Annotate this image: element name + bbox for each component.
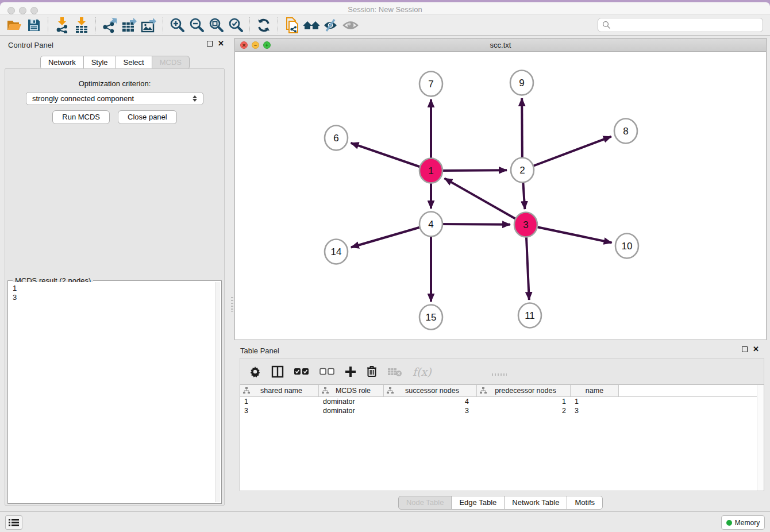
import-network-icon[interactable] xyxy=(52,17,72,34)
shared-column-icon xyxy=(387,387,394,394)
column-header-predecessor-nodes[interactable]: predecessor nodes xyxy=(477,385,571,396)
trash-icon[interactable] xyxy=(367,365,377,377)
export-image-icon[interactable] xyxy=(139,17,159,34)
cell-name[interactable]: 3 xyxy=(571,407,619,415)
column-header-shared-name[interactable]: shared name xyxy=(240,385,319,396)
graph-node-15[interactable]: 15 xyxy=(419,305,442,330)
node-table[interactable]: shared name MCDS role successor nodes pr… xyxy=(240,384,764,491)
network-canvas[interactable]: 7968124314101511 xyxy=(234,51,767,340)
tab-select[interactable]: Select xyxy=(116,56,152,70)
hide-details-eye-icon[interactable] xyxy=(321,17,341,34)
tab-network-table[interactable]: Network Table xyxy=(504,496,567,510)
tab-motifs[interactable]: Motifs xyxy=(567,496,603,510)
split-pane-grip[interactable] xyxy=(231,297,233,312)
shared-column-icon xyxy=(480,387,487,394)
column-header-successor-nodes[interactable]: successor nodes xyxy=(384,385,477,396)
function-builder-icon: f(x) xyxy=(413,365,432,378)
network-graph[interactable]: 7968124314101511 xyxy=(235,52,766,340)
cell-predecessor-nodes[interactable]: 2 xyxy=(477,407,571,415)
eye-disabled-icon xyxy=(341,17,360,34)
import-table-icon[interactable] xyxy=(72,17,91,34)
graph-node-3[interactable]: 3 xyxy=(514,213,537,237)
search-input[interactable] xyxy=(611,19,763,31)
graph-node-9[interactable]: 9 xyxy=(510,71,533,95)
graph-node-14[interactable]: 14 xyxy=(325,240,348,264)
graph-node-1[interactable]: 1 xyxy=(419,159,442,183)
close-panel-icon[interactable]: ✕ xyxy=(218,41,224,47)
graph-edge-3-1[interactable] xyxy=(444,178,526,225)
mcds-result-group: MCDS result (2 nodes) 1 3 xyxy=(7,280,222,504)
add-icon[interactable] xyxy=(345,366,356,377)
run-mcds-button[interactable]: Run MCDS xyxy=(52,110,110,124)
zoom-fit-icon[interactable] xyxy=(206,17,226,34)
cell-predecessor-nodes[interactable]: 1 xyxy=(477,398,571,406)
svg-text:7: 7 xyxy=(428,79,433,90)
split-columns-icon[interactable] xyxy=(271,365,284,378)
export-table-icon[interactable] xyxy=(120,17,139,34)
cell-shared-name[interactable]: 3 xyxy=(240,407,319,415)
graph-node-4[interactable]: 4 xyxy=(419,212,442,237)
optimization-criterion-select[interactable]: strongly connected component xyxy=(26,92,203,105)
network-window-titlebar[interactable]: ✕ − + scc.txt xyxy=(234,38,767,51)
mcds-result-text[interactable]: 1 3 xyxy=(9,282,220,502)
float-panel-icon[interactable] xyxy=(742,346,748,352)
graph-edge-4-14[interactable] xyxy=(351,224,431,247)
graph-node-7[interactable]: 7 xyxy=(419,72,442,97)
search-field[interactable] xyxy=(598,18,763,32)
column-header-name[interactable]: name xyxy=(571,385,619,396)
graph-node-8[interactable]: 8 xyxy=(614,119,637,144)
table-row[interactable]: 3 dominator 3 2 3 xyxy=(240,406,764,415)
tab-edge-table[interactable]: Edge Table xyxy=(451,496,505,510)
network-window-title: scc.txt xyxy=(235,41,766,49)
graph-edge-2-8[interactable] xyxy=(522,137,611,170)
graph-node-11[interactable]: 11 xyxy=(518,303,541,328)
cell-mcds-role[interactable]: dominator xyxy=(319,407,384,415)
ndex-home-icon[interactable] xyxy=(302,17,321,34)
float-panel-icon[interactable] xyxy=(207,41,213,47)
tab-node-table[interactable]: Node Table xyxy=(398,496,452,510)
table-scrollbar[interactable] xyxy=(757,385,764,491)
close-panel-icon[interactable]: ✕ xyxy=(753,346,759,352)
gear-icon[interactable] xyxy=(249,366,261,377)
graph-node-6[interactable]: 6 xyxy=(325,126,348,151)
unselect-all-checkboxes-icon[interactable] xyxy=(319,368,334,375)
cell-mcds-role[interactable]: dominator xyxy=(319,398,384,406)
cell-name[interactable]: 1 xyxy=(571,398,619,406)
select-all-checkboxes-icon[interactable] xyxy=(294,368,309,375)
graph-node-10[interactable]: 10 xyxy=(615,234,638,259)
clone-network-icon[interactable] xyxy=(282,17,302,34)
memory-status-icon xyxy=(726,520,732,526)
search-icon xyxy=(602,21,611,29)
split-pane-grip[interactable] xyxy=(492,373,507,376)
open-file-icon[interactable] xyxy=(5,17,24,34)
zoom-selected-icon[interactable] xyxy=(226,17,245,34)
graph-node-2[interactable]: 2 xyxy=(511,158,534,183)
list-icon xyxy=(9,518,19,527)
task-history-button[interactable] xyxy=(5,515,22,530)
table-panel: Table Panel ✕ xyxy=(234,341,767,511)
zoom-in-icon[interactable] xyxy=(167,17,187,34)
cell-successor-nodes[interactable]: 3 xyxy=(384,407,477,415)
table-row[interactable]: 1 dominator 4 1 1 xyxy=(240,397,764,406)
result-scrollbar[interactable] xyxy=(215,282,220,502)
tab-mcds[interactable]: MCDS xyxy=(152,56,190,70)
svg-text:9: 9 xyxy=(519,78,524,88)
status-bar: Memory xyxy=(0,511,770,532)
save-session-icon[interactable] xyxy=(24,17,44,34)
graph-edge-3-10[interactable] xyxy=(526,225,612,242)
svg-text:11: 11 xyxy=(525,310,535,321)
tab-network[interactable]: Network xyxy=(40,56,84,70)
refresh-icon[interactable] xyxy=(254,17,274,34)
close-panel-button[interactable]: Close panel xyxy=(118,110,177,124)
export-network-icon[interactable] xyxy=(100,17,120,34)
graph-edge-1-6[interactable] xyxy=(351,143,431,171)
memory-button[interactable]: Memory xyxy=(721,515,765,530)
table-header-row: shared name MCDS role successor nodes pr… xyxy=(240,385,764,397)
table-type-tabs: Node Table Edge Table Network Table Moti… xyxy=(234,496,767,510)
column-header-mcds-role[interactable]: MCDS role xyxy=(319,385,384,396)
cell-successor-nodes[interactable]: 4 xyxy=(384,398,477,406)
tab-style[interactable]: Style xyxy=(83,56,116,70)
zoom-out-icon[interactable] xyxy=(187,17,206,34)
cell-shared-name[interactable]: 1 xyxy=(240,398,319,406)
control-panel-tabs: Network Style Select MCDS xyxy=(0,56,230,70)
